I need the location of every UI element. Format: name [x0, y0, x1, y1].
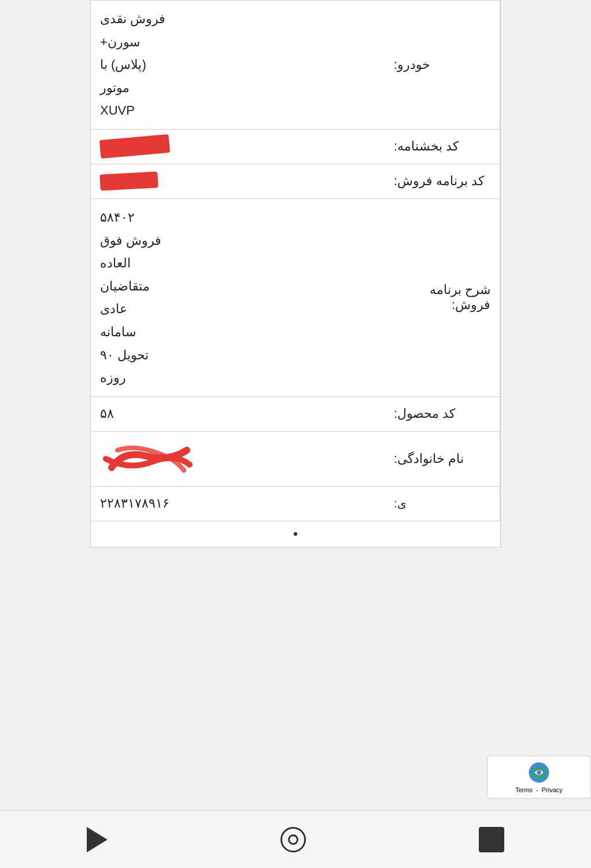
sharh-line5: عادی — [100, 297, 127, 321]
table-row: کد محصول: ۵۸ — [91, 397, 500, 432]
main-card: خودرو: فروش نقدی سورن+ (پلاس) با موتور X… — [90, 0, 501, 547]
table-row: ی: ۲۲۸۳۱۷۸۹۱۶ — [91, 487, 500, 521]
recaptcha-logo-icon — [527, 761, 551, 784]
value-kod-barnameye — [91, 164, 385, 198]
recaptcha-badge: Privacy - Terms — [487, 756, 591, 799]
khodro-line2: سورن+ — [100, 31, 140, 54]
page-wrapper: خودرو: فروش نقدی سورن+ (پلاس) با موتور X… — [0, 0, 591, 868]
nav-back-button[interactable] — [87, 827, 108, 852]
label-nam-khanevadegi: نام خانوادگی: — [385, 432, 500, 486]
value-nam-khanevadegi — [91, 432, 385, 486]
label-khodro: خودرو: — [385, 1, 500, 129]
table-row: شرح برنامه فروش: ۵۸۴۰۲ فروش فوق العاده م… — [91, 199, 500, 397]
label-sharh-barnameye: شرح برنامه فروش: — [385, 199, 500, 396]
sharh-line6: سامانه — [100, 321, 136, 344]
circle-icon — [280, 827, 306, 852]
sharh-line2: فروش فوق — [100, 229, 161, 252]
label-kod-mahsol: کد محصول: — [385, 397, 500, 431]
sharh-line8: روزه — [100, 366, 126, 389]
redacted-barnameye — [99, 172, 158, 191]
terms-link[interactable]: Terms — [515, 786, 533, 793]
khodro-line3: (پلاس) با — [100, 53, 146, 76]
nav-home-button[interactable] — [280, 827, 306, 852]
sharh-line7: تحویل ۹۰ — [100, 344, 149, 367]
nav-square-button[interactable] — [479, 827, 504, 852]
redacted-bakhshnameh — [99, 134, 170, 159]
value-sharh-barnameye: ۵۸۴۰۲ فروش فوق العاده متقاضیان عادی ساما… — [91, 199, 385, 396]
value-kod-bakhshnameh — [91, 130, 385, 164]
sharh-line4: متقاضیان — [100, 275, 150, 298]
table-row: خودرو: فروش نقدی سورن+ (پلاس) با موتور X… — [91, 1, 500, 130]
dot-symbol: • — [293, 526, 298, 542]
sharh-line1: ۵۸۴۰۲ — [100, 206, 135, 229]
label-kod-bakhshnameh: کد بخشنامه: — [385, 130, 500, 164]
table-row: کد برنامه فروش: — [91, 164, 500, 199]
label-kod-barnameye: کد برنامه فروش: — [385, 164, 500, 198]
table-row: نام خانوادگی: — [91, 432, 500, 487]
value-khodro: فروش نقدی سورن+ (پلاس) با موتور XUVP — [91, 1, 385, 129]
square-icon — [479, 827, 504, 852]
value-kod-mahsol: ۵۸ — [91, 397, 385, 431]
dot-indicator: • — [91, 521, 500, 547]
table-row: کد بخشنامه: — [91, 130, 500, 164]
sharh-line3: العاده — [100, 252, 131, 275]
khodro-line4: موتور — [100, 76, 130, 100]
scribble-name — [100, 439, 193, 479]
privacy-terms-links: Privacy - Terms — [515, 786, 563, 793]
separator: - — [536, 786, 538, 793]
value-phone: ۲۲۸۳۱۷۸۹۱۶ — [91, 487, 385, 521]
label-phone: ی: — [385, 487, 500, 521]
khodro-line1: فروش نقدی — [100, 8, 165, 31]
khodro-line5: XUVP — [100, 99, 135, 122]
triangle-icon — [87, 827, 108, 852]
privacy-link[interactable]: Privacy — [542, 786, 563, 793]
bottom-nav — [0, 810, 591, 868]
